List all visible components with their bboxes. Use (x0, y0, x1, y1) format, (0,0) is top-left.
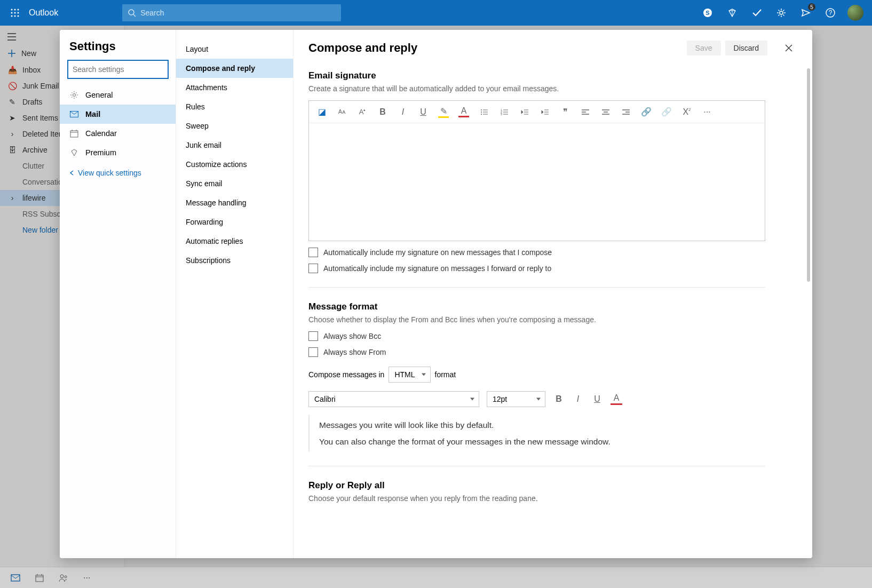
quote-icon[interactable]: ❞ (560, 107, 570, 117)
top-search[interactable] (122, 4, 341, 21)
drafts-icon: ✎ (7, 98, 17, 106)
mail-module-icon[interactable] (11, 574, 20, 582)
top-search-input[interactable] (140, 9, 336, 17)
settings-dialog: Settings General Mail Calendar Premium V… (60, 30, 812, 558)
unlink-icon[interactable]: 🔗 (661, 107, 672, 117)
highlight-icon[interactable]: ✎ (438, 106, 449, 118)
save-button[interactable]: Save (687, 41, 721, 55)
chevron-right-icon: › (7, 194, 17, 202)
italic-icon[interactable]: I (398, 107, 408, 117)
chevron-left-icon (69, 170, 75, 176)
default-italic-button[interactable]: I (572, 394, 584, 404)
subnav-sync-email[interactable]: Sync email (176, 174, 293, 193)
bold-icon[interactable]: B (377, 107, 388, 117)
font-size-up-icon[interactable]: A▴ (357, 108, 368, 116)
signature-editor: ◪ Aᴀ A▴ B I U ✎ A 123 ❞ (308, 100, 765, 241)
settings-search-input[interactable] (67, 60, 169, 79)
checkbox-show-from[interactable]: Always show From (308, 347, 797, 357)
svg-rect-17 (36, 575, 43, 582)
font-size-icon[interactable]: Aᴀ (337, 108, 347, 115)
font-color-icon[interactable]: A (458, 106, 469, 117)
font-size-select[interactable]: 12pt (487, 391, 545, 407)
category-calendar[interactable]: Calendar (60, 124, 176, 143)
indent-icon[interactable] (540, 109, 550, 115)
close-dialog-button[interactable] (780, 39, 797, 57)
superscript-icon[interactable]: X2 (681, 107, 692, 117)
subnav-customize-actions[interactable]: Customize actions (176, 155, 293, 174)
subnav-junk[interactable]: Junk email (176, 136, 293, 155)
subnav-subscriptions[interactable]: Subscriptions (176, 251, 293, 270)
people-module-icon[interactable] (59, 574, 68, 582)
subnav-sweep[interactable]: Sweep (176, 116, 293, 136)
compose-post-label: format (435, 370, 456, 379)
section-divider (308, 466, 765, 466)
svg-point-25 (481, 114, 482, 115)
todo-check-icon[interactable] (749, 5, 764, 20)
inbox-icon: 📥 (7, 66, 17, 74)
new-label: New (21, 49, 36, 58)
category-general[interactable]: General (60, 85, 176, 105)
align-right-icon[interactable] (621, 109, 631, 115)
scrollbar[interactable] (807, 68, 810, 282)
category-premium[interactable]: Premium (60, 143, 176, 162)
align-center-icon[interactable] (600, 109, 611, 115)
user-avatar[interactable] (847, 5, 863, 21)
panel-title: Compose and reply (308, 41, 683, 55)
signature-text-area[interactable] (309, 123, 765, 241)
svg-point-4 (14, 12, 16, 14)
settings-gear-icon[interactable] (774, 5, 789, 20)
compose-format-select[interactable]: HTML (389, 367, 430, 383)
waffle-icon[interactable] (4, 9, 26, 17)
discard-button[interactable]: Discard (725, 41, 767, 55)
category-mail[interactable]: Mail (60, 105, 176, 124)
sent-icon: ➤ (7, 114, 17, 122)
checkbox-show-bcc[interactable]: Always show Bcc (308, 331, 797, 341)
subnav-rules[interactable]: Rules (176, 97, 293, 116)
subnav-layout[interactable]: Layout (176, 39, 293, 59)
compose-pre-label: Compose messages in (308, 370, 384, 379)
svg-point-8 (18, 15, 19, 17)
outdent-icon[interactable] (519, 109, 530, 115)
more-modules-icon[interactable]: ··· (83, 573, 90, 583)
subnav-forwarding[interactable]: Forwarding (176, 212, 293, 232)
svg-point-9 (129, 10, 134, 15)
subnav-automatic-replies[interactable]: Automatic replies (176, 232, 293, 251)
view-quick-settings-link[interactable]: View quick settings (60, 162, 176, 184)
subnav-attachments[interactable]: Attachments (176, 78, 293, 97)
reply-desc: Choose your default response when you re… (308, 494, 797, 503)
format-painter-icon[interactable]: ◪ (316, 107, 327, 117)
numbering-icon[interactable]: 123 (499, 109, 510, 115)
bullets-icon[interactable] (479, 109, 489, 115)
font-family-select[interactable]: Calibri (308, 391, 479, 407)
checkbox-icon (308, 264, 318, 273)
checkbox-icon (308, 347, 318, 357)
svg-point-5 (18, 12, 19, 14)
more-formatting-icon[interactable]: ··· (702, 107, 712, 117)
default-bold-button[interactable]: B (553, 394, 565, 404)
message-format-heading: Message format (308, 301, 797, 312)
svg-point-19 (65, 576, 67, 578)
default-underline-button[interactable]: U (591, 394, 603, 404)
signature-heading: Email signature (308, 70, 797, 81)
svg-point-23 (481, 109, 482, 110)
subnav-compose-reply[interactable]: Compose and reply (176, 59, 293, 78)
skype-icon[interactable]: S (700, 5, 715, 20)
calendar-module-icon[interactable] (35, 574, 44, 582)
underline-icon[interactable]: U (418, 107, 429, 117)
svg-point-18 (60, 575, 64, 578)
subnav-message-handling[interactable]: Message handling (176, 193, 293, 212)
svg-text:3: 3 (501, 113, 502, 115)
svg-rect-16 (11, 575, 20, 581)
svg-point-2 (18, 9, 19, 11)
checkbox-icon (308, 331, 318, 341)
help-icon[interactable]: ? (823, 5, 838, 20)
mail-icon (69, 111, 79, 117)
checkbox-include-reply[interactable]: Automatically include my signature on me… (308, 264, 797, 273)
premium-diamond-icon[interactable] (725, 5, 740, 20)
align-left-icon[interactable] (580, 109, 591, 115)
link-icon[interactable]: 🔗 (641, 107, 652, 117)
default-fontcolor-button[interactable]: A (611, 393, 622, 405)
calendar-icon (69, 129, 79, 138)
notifications-icon[interactable]: 5 (798, 5, 813, 20)
checkbox-include-new[interactable]: Automatically include my signature on ne… (308, 248, 797, 257)
